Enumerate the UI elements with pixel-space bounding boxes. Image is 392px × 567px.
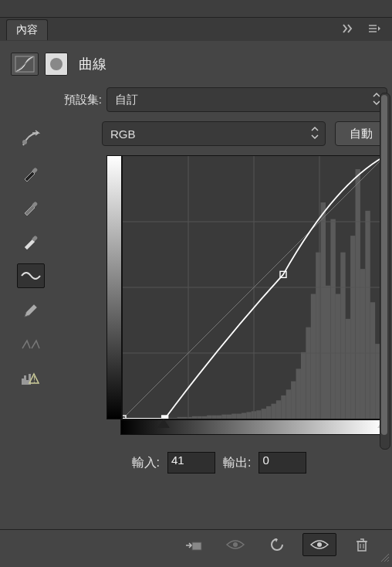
svg-rect-31: [242, 413, 246, 419]
visibility-button[interactable]: [219, 534, 252, 555]
svg-rect-52: [346, 319, 350, 419]
svg-rect-56: [365, 211, 370, 419]
clip-to-layer-button[interactable]: [177, 534, 210, 555]
panel-menu-icon[interactable]: [367, 24, 381, 36]
svg-rect-26: [217, 416, 221, 419]
trash-button[interactable]: [346, 534, 378, 555]
preset-label: 預設集:: [51, 93, 106, 107]
clip-tool[interactable]: [18, 333, 44, 356]
svg-rect-30: [237, 414, 242, 419]
svg-rect-20: [187, 417, 191, 419]
scroll-thumb[interactable]: [381, 95, 387, 435]
eyedropper-white[interactable]: [18, 229, 44, 253]
svg-rect-46: [316, 253, 320, 419]
svg-rect-41: [291, 382, 296, 419]
target-adjust-tool[interactable]: [18, 127, 44, 151]
svg-rect-53: [350, 236, 355, 419]
adjustment-title: 曲線: [79, 55, 106, 73]
tab-label: 內容: [16, 23, 38, 36]
eyedropper-black[interactable]: [18, 161, 44, 185]
preset-value: 自訂: [115, 93, 138, 107]
tab-properties[interactable]: 內容: [6, 19, 48, 40]
svg-rect-29: [231, 414, 236, 419]
auto-button-label: 自動: [350, 127, 373, 141]
updown-icon: [311, 126, 319, 142]
pencil-tool[interactable]: [18, 299, 44, 322]
svg-rect-39: [281, 396, 286, 419]
svg-point-2: [22, 140, 27, 144]
mask-icon[interactable]: [45, 53, 68, 76]
svg-rect-45: [311, 294, 316, 419]
resize-grip[interactable]: [380, 552, 390, 565]
svg-rect-54: [356, 169, 360, 419]
svg-rect-74: [358, 542, 366, 551]
adjustment-header: 曲線: [0, 41, 392, 83]
svg-rect-71: [192, 542, 201, 550]
svg-rect-28: [227, 415, 231, 419]
channel-select[interactable]: RGB: [102, 121, 326, 146]
svg-rect-24: [207, 416, 211, 419]
svg-line-1: [16, 57, 33, 71]
eyedropper-gray[interactable]: [18, 195, 44, 219]
svg-rect-23: [202, 416, 207, 419]
svg-rect-55: [360, 269, 365, 419]
scrollbar[interactable]: [380, 93, 390, 450]
svg-rect-47: [321, 202, 326, 419]
svg-rect-38: [276, 400, 281, 419]
svg-rect-51: [340, 253, 345, 419]
svg-rect-42: [296, 368, 301, 419]
curve-graph[interactable]: [122, 155, 386, 419]
input-gradient[interactable]: [120, 419, 384, 435]
svg-rect-37: [271, 404, 275, 419]
svg-rect-57: [370, 302, 375, 419]
svg-rect-32: [246, 412, 251, 419]
svg-rect-34: [256, 410, 261, 419]
curves-icon[interactable]: [11, 53, 39, 76]
black-point-slider[interactable]: [157, 419, 170, 428]
preview-button[interactable]: [302, 533, 336, 556]
output-value[interactable]: 0: [259, 452, 306, 474]
tab-bar: 內容: [0, 18, 392, 41]
titlebar: [0, 0, 392, 18]
svg-rect-17: [172, 418, 177, 419]
svg-rect-44: [306, 328, 310, 419]
svg-rect-40: [286, 389, 291, 419]
svg-rect-50: [336, 294, 340, 419]
svg-rect-49: [330, 219, 335, 419]
input-label: 輸入:: [132, 455, 160, 471]
panel-footer: [0, 529, 392, 559]
svg-point-73: [317, 542, 322, 547]
svg-text:!: !: [33, 375, 35, 384]
input-value[interactable]: 41: [167, 452, 215, 474]
svg-rect-27: [221, 415, 226, 419]
svg-rect-48: [326, 286, 330, 419]
svg-rect-21: [192, 416, 197, 419]
output-label: 輸出:: [223, 455, 251, 471]
svg-rect-19: [182, 417, 187, 419]
svg-rect-22: [197, 416, 201, 419]
reset-button[interactable]: [261, 534, 293, 555]
collapse-icon[interactable]: [343, 24, 357, 36]
svg-rect-36: [266, 406, 271, 419]
svg-rect-18: [177, 417, 182, 419]
curve-smooth-tool[interactable]: [17, 263, 45, 288]
svg-rect-43: [301, 352, 306, 419]
svg-rect-25: [211, 416, 216, 419]
channel-value: RGB: [110, 127, 136, 141]
preset-select[interactable]: 自訂: [106, 87, 387, 112]
tool-column: !: [11, 87, 51, 474]
svg-rect-35: [262, 409, 266, 419]
histogram-warn-tool[interactable]: !: [18, 367, 44, 390]
svg-point-72: [233, 542, 238, 547]
output-gradient: [106, 155, 122, 419]
